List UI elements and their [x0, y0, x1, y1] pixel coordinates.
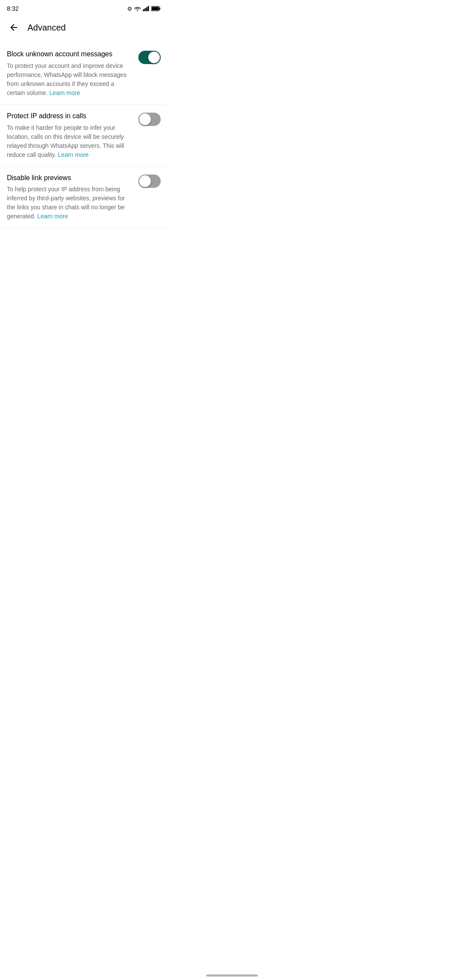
settings-list: Block unknown account messages To protec… — [0, 40, 168, 232]
protect-ip-toggle-container — [138, 112, 161, 126]
disable-link-previews-toggle-container — [138, 174, 161, 188]
protect-ip-description: To make it harder for people to infer yo… — [7, 123, 131, 159]
svg-rect-5 — [159, 7, 160, 9]
status-bar: 8:32 ⚙ — [0, 0, 168, 15]
signal-icon — [143, 6, 150, 11]
back-button[interactable] — [3, 17, 24, 38]
block-unknown-setting: Block unknown account messages To protec… — [0, 43, 168, 105]
protect-ip-toggle[interactable] — [138, 113, 161, 126]
svg-rect-6 — [152, 7, 159, 10]
svg-rect-1 — [144, 8, 146, 11]
block-unknown-text: Block unknown account messages To protec… — [7, 50, 138, 98]
svg-rect-0 — [143, 9, 144, 12]
battery-icon — [151, 6, 161, 11]
block-unknown-toggle[interactable] — [138, 51, 161, 64]
disable-link-previews-title: Disable link previews — [7, 174, 131, 183]
svg-rect-2 — [146, 7, 147, 11]
disable-link-previews-thumb — [139, 175, 151, 187]
status-time: 8:32 — [7, 5, 18, 12]
disable-link-previews-learn-more[interactable]: Learn more — [37, 213, 68, 220]
status-icons: ⚙ — [127, 6, 161, 12]
protect-ip-title: Protect IP address in calls — [7, 112, 131, 121]
block-unknown-thumb — [148, 52, 160, 63]
disable-link-previews-toggle[interactable] — [138, 175, 161, 188]
wifi-icon — [134, 6, 141, 11]
app-bar: Advanced — [0, 15, 168, 40]
disable-link-previews-description: To help protect your IP address from bei… — [7, 185, 131, 221]
disable-link-previews-text: Disable link previews To help protect yo… — [7, 174, 138, 221]
block-unknown-learn-more[interactable]: Learn more — [49, 89, 80, 96]
protect-ip-text: Protect IP address in calls To make it h… — [7, 112, 138, 159]
disable-link-previews-setting: Disable link previews To help protect yo… — [0, 167, 168, 229]
block-unknown-toggle-container — [138, 50, 161, 64]
block-unknown-title: Block unknown account messages — [7, 50, 131, 59]
gear-icon: ⚙ — [127, 6, 132, 12]
back-arrow-icon — [9, 22, 19, 33]
protect-ip-setting: Protect IP address in calls To make it h… — [0, 105, 168, 167]
page-title: Advanced — [27, 23, 66, 33]
protect-ip-learn-more[interactable]: Learn more — [58, 151, 89, 158]
block-unknown-description: To protect your account and improve devi… — [7, 61, 131, 98]
svg-rect-3 — [148, 6, 149, 11]
protect-ip-thumb — [139, 113, 151, 125]
